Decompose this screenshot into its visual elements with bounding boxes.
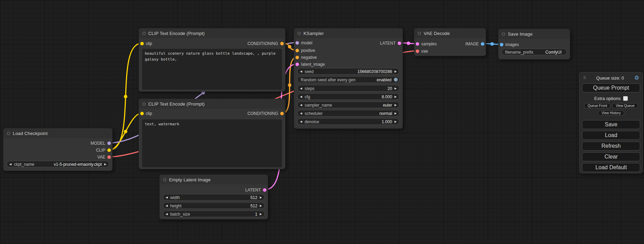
node-empty-latent-image[interactable]: Empty Latent Image LATENT ◀ width 512 ▶ … bbox=[159, 174, 268, 219]
negative-prompt-textarea[interactable]: text, watermark bbox=[142, 119, 282, 167]
input-slot-positive[interactable]: positive bbox=[295, 47, 315, 54]
increment-arrow-icon[interactable]: ▶ bbox=[395, 103, 397, 106]
clear-button[interactable]: Clear bbox=[582, 152, 640, 161]
conditioning-slot-dot[interactable] bbox=[295, 49, 299, 52]
increment-arrow-icon[interactable]: ▶ bbox=[395, 112, 397, 115]
view-queue-button[interactable]: View Queue bbox=[612, 103, 638, 108]
input-slot-clip[interactable]: clip bbox=[140, 40, 152, 47]
conditioning-slot-dot[interactable] bbox=[295, 56, 299, 59]
increment-arrow-icon[interactable]: ▶ bbox=[395, 70, 397, 73]
node-title-bar[interactable]: Load Checkpoint bbox=[3, 128, 112, 138]
load-default-button[interactable]: Load Default bbox=[582, 163, 640, 172]
vae-slot-dot[interactable] bbox=[107, 155, 111, 159]
output-slot-image[interactable]: IMAGE bbox=[465, 41, 484, 47]
input-slot-clip[interactable]: clip bbox=[140, 110, 152, 117]
output-slot-vae[interactable]: VAE bbox=[97, 154, 111, 160]
increment-arrow-icon[interactable]: ▶ bbox=[395, 95, 397, 98]
model-slot-dot[interactable] bbox=[107, 142, 111, 145]
node-title-bar[interactable]: Empty Latent Image bbox=[160, 175, 268, 184]
link-midpoint-dot[interactable] bbox=[491, 42, 494, 46]
random-seed-toggle-widget[interactable]: Random seed after every gen enabled bbox=[297, 76, 399, 83]
toggle-knob-icon[interactable] bbox=[394, 78, 398, 82]
input-slot-samples[interactable]: samples bbox=[416, 41, 437, 47]
decrement-arrow-icon[interactable]: ◀ bbox=[166, 213, 168, 215]
seed-widget[interactable]: ◀ seed 156680208700286 ▶ bbox=[297, 68, 399, 75]
output-slot-clip[interactable]: CLIP bbox=[96, 147, 111, 153]
output-slot-latent[interactable]: LATENT bbox=[380, 40, 401, 46]
steps-widget[interactable]: ◀ steps 20 ▶ bbox=[297, 85, 399, 92]
decrement-arrow-icon[interactable]: ◀ bbox=[300, 120, 302, 123]
decrement-arrow-icon[interactable]: ◀ bbox=[300, 112, 302, 115]
image-slot-dot[interactable] bbox=[481, 42, 484, 46]
settings-gear-icon[interactable]: ⚙ bbox=[634, 75, 639, 81]
increment-arrow-icon[interactable]: ▶ bbox=[260, 204, 262, 207]
view-history-button[interactable]: View History bbox=[598, 110, 624, 116]
node-save-image[interactable]: Save Image images filename_prefix ComfyU… bbox=[498, 29, 570, 60]
decrement-arrow-icon[interactable]: ◀ bbox=[166, 196, 168, 199]
ckpt-name-widget[interactable]: ◀ ckpt_name v1-5-pruned-emaonly.ckpt ▶ bbox=[7, 161, 109, 168]
increment-arrow-icon[interactable]: ▶ bbox=[260, 213, 262, 215]
link-midpoint-dot[interactable] bbox=[288, 83, 291, 87]
extra-options-checkbox[interactable] bbox=[623, 96, 628, 101]
node-clip-text-encode-positive[interactable]: CLIP Text Encode (Prompt) clip CONDITION… bbox=[139, 28, 285, 92]
input-slot-images[interactable]: images bbox=[500, 42, 519, 48]
increment-arrow-icon[interactable]: ▶ bbox=[104, 163, 106, 165]
output-slot-latent[interactable]: LATENT bbox=[245, 187, 266, 193]
node-title-bar[interactable]: CLIP Text Encode (Prompt) bbox=[139, 28, 285, 38]
positive-prompt-textarea[interactable]: beautiful scenery nature glass bottle la… bbox=[142, 49, 282, 90]
clip-slot-dot[interactable] bbox=[107, 148, 111, 152]
output-slot-conditioning[interactable]: CONDITIONING bbox=[247, 40, 284, 47]
latent-slot-dot[interactable] bbox=[416, 42, 419, 46]
output-slot-model[interactable]: MODEL bbox=[90, 140, 111, 146]
output-slot-conditioning[interactable]: CONDITIONING bbox=[247, 110, 284, 117]
vae-slot-dot[interactable] bbox=[416, 49, 419, 53]
input-slot-negative[interactable]: negative bbox=[295, 54, 317, 61]
width-widget[interactable]: ◀ width 512 ▶ bbox=[163, 194, 265, 201]
decrement-arrow-icon[interactable]: ◀ bbox=[300, 70, 302, 73]
save-button[interactable]: Save bbox=[582, 120, 640, 129]
node-title-bar[interactable]: KSampler bbox=[294, 28, 403, 38]
decrement-arrow-icon[interactable]: ◀ bbox=[9, 163, 11, 165]
clip-slot-dot[interactable] bbox=[140, 112, 144, 115]
load-button[interactable]: Load bbox=[582, 131, 640, 140]
decrement-arrow-icon[interactable]: ◀ bbox=[300, 87, 302, 90]
model-slot-dot[interactable] bbox=[295, 41, 299, 45]
latent-slot-dot[interactable] bbox=[263, 188, 266, 192]
conditioning-slot-dot[interactable] bbox=[280, 42, 284, 45]
node-title-bar[interactable]: CLIP Text Encode (Prompt) bbox=[139, 99, 285, 109]
latent-slot-dot[interactable] bbox=[295, 63, 299, 66]
queue-front-button[interactable]: Queue Front bbox=[584, 103, 610, 108]
node-title-bar[interactable]: Save Image bbox=[499, 29, 570, 39]
node-ksampler[interactable]: KSampler model positive negative latent_… bbox=[294, 28, 403, 129]
link-midpoint-dot[interactable] bbox=[124, 130, 127, 133]
input-slot-model[interactable]: model bbox=[295, 40, 312, 46]
node-graph-canvas[interactable]: Load Checkpoint MODEL CLIP VAE ◀ ckpt_na… bbox=[0, 0, 644, 244]
link-midpoint-dot[interactable] bbox=[288, 45, 291, 48]
input-slot-latent-image[interactable]: latent_image bbox=[295, 61, 325, 67]
increment-arrow-icon[interactable]: ▶ bbox=[260, 196, 262, 199]
batch-size-widget[interactable]: ◀ batch_size 1 ▶ bbox=[163, 211, 265, 217]
latent-slot-dot[interactable] bbox=[398, 42, 401, 45]
image-slot-dot[interactable] bbox=[500, 43, 503, 46]
decrement-arrow-icon[interactable]: ◀ bbox=[300, 103, 302, 106]
drag-handle-icon[interactable]: ⠿ bbox=[583, 76, 586, 80]
node-load-checkpoint[interactable]: Load Checkpoint MODEL CLIP VAE ◀ ckpt_na… bbox=[3, 128, 113, 171]
link-midpoint-dot[interactable] bbox=[407, 42, 410, 45]
node-clip-text-encode-negative[interactable]: CLIP Text Encode (Prompt) clip CONDITION… bbox=[139, 99, 285, 169]
queue-prompt-button[interactable]: Queue Prompt bbox=[582, 83, 640, 92]
link-midpoint-dot[interactable] bbox=[124, 95, 127, 98]
clip-slot-dot[interactable] bbox=[140, 42, 144, 45]
conditioning-slot-dot[interactable] bbox=[280, 112, 284, 115]
sampler-name-widget[interactable]: ◀ sampler_name euler ▶ bbox=[297, 102, 399, 108]
refresh-button[interactable]: Refresh bbox=[582, 142, 640, 151]
node-vae-decode[interactable]: VAE Decode samples vae IMAGE bbox=[414, 28, 486, 56]
filename-prefix-widget[interactable]: filename_prefix ComfyUI bbox=[502, 49, 567, 55]
node-title-bar[interactable]: VAE Decode bbox=[414, 28, 486, 38]
decrement-arrow-icon[interactable]: ◀ bbox=[166, 204, 168, 207]
denoise-widget[interactable]: ◀ denoise 1.000 ▶ bbox=[297, 118, 399, 125]
height-widget[interactable]: ◀ height 512 ▶ bbox=[163, 202, 265, 209]
decrement-arrow-icon[interactable]: ◀ bbox=[300, 95, 302, 98]
increment-arrow-icon[interactable]: ▶ bbox=[395, 120, 397, 123]
input-slot-vae[interactable]: vae bbox=[416, 48, 428, 54]
cfg-widget[interactable]: ◀ cfg 8.000 ▶ bbox=[297, 93, 399, 100]
